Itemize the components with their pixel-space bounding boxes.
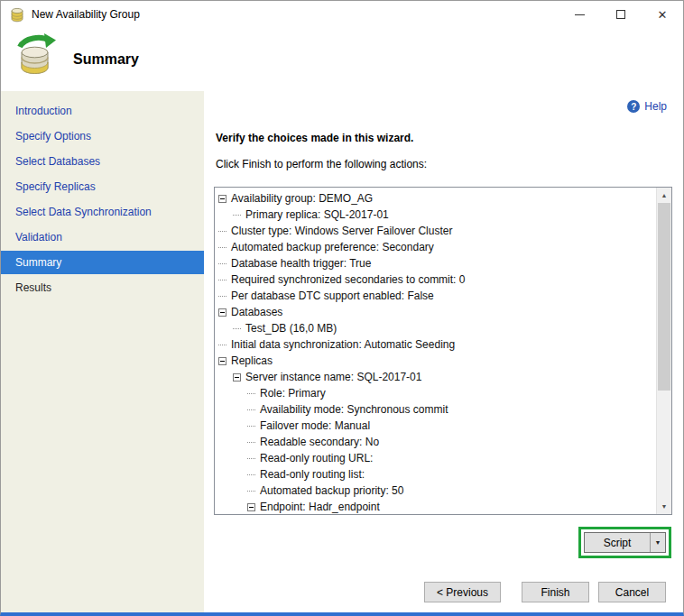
- help-icon: ?: [627, 100, 640, 113]
- sidebar-item-select-databases[interactable]: Select Databases: [1, 150, 204, 173]
- tree-row[interactable]: Primary replica: SQL-2017-01: [215, 207, 656, 223]
- tree-row[interactable]: Failover mode: Manual: [215, 418, 656, 434]
- tree-indent: [215, 377, 233, 378]
- scrollbar-thumb[interactable]: [658, 203, 670, 391]
- tree-connector: [218, 231, 226, 232]
- tree-row[interactable]: Read-only routing URL:: [215, 450, 656, 466]
- tree-connector: [247, 474, 255, 475]
- tree-row[interactable]: Databases: [215, 304, 656, 320]
- tree-row[interactable]: Replicas: [215, 353, 656, 369]
- verify-heading: Verify the choices made in this wizard.: [216, 132, 413, 144]
- tree-label: Availability mode: Synchronous commit: [260, 403, 448, 416]
- finish-button[interactable]: Finish: [522, 582, 589, 602]
- tree-label: Databases: [231, 306, 282, 318]
- tree-row[interactable]: Required synchronized secondaries to com…: [215, 271, 656, 288]
- summary-tree: Availability group: DEMO_AGPrimary repli…: [215, 188, 656, 514]
- tree-label: Readable secondary: No: [260, 436, 379, 448]
- tree-label: Required synchronized secondaries to com…: [231, 273, 465, 286]
- tree-label: Database health trigger: True: [231, 257, 371, 270]
- tree-row[interactable]: Availability mode: Synchronous commit: [215, 401, 656, 418]
- tree-label: Automated backup preference: Secondary: [231, 241, 434, 253]
- tree-indent: [215, 215, 233, 216]
- wizard-navigation-buttons: < Previous Finish Cancel: [424, 582, 666, 602]
- tree-row[interactable]: Availability group: DEMO_AG: [215, 190, 656, 207]
- tree-label: Replicas: [231, 354, 273, 367]
- tree-connector: [218, 247, 226, 248]
- tree-label: Per database DTC support enabled: False: [231, 290, 434, 302]
- tree-label: Automated backup priority: 50: [260, 484, 403, 497]
- tree-row[interactable]: Role: Primary: [215, 385, 656, 401]
- scroll-down-button[interactable]: ▼: [657, 499, 671, 514]
- tree-connector: [218, 280, 226, 280]
- minimize-button[interactable]: [559, 1, 600, 28]
- tree-row[interactable]: Initial data synchronization: Automatic …: [215, 336, 656, 353]
- tree-label: Availability group: DEMO_AG: [231, 192, 373, 205]
- maximize-button[interactable]: [600, 1, 642, 28]
- scroll-up-button[interactable]: ▲: [657, 188, 671, 203]
- collapse-icon[interactable]: [218, 357, 226, 365]
- close-button[interactable]: ✕: [642, 1, 683, 28]
- collapse-icon[interactable]: [218, 195, 226, 203]
- tree-connector: [247, 409, 255, 410]
- sidebar-item-specify-options[interactable]: Specify Options: [1, 124, 204, 148]
- maximize-icon: [616, 10, 625, 19]
- cancel-button[interactable]: Cancel: [598, 582, 666, 602]
- sidebar-item-specify-replicas[interactable]: Specify Replicas: [1, 175, 204, 198]
- tree-row[interactable]: Database health trigger: True: [215, 255, 656, 271]
- sidebar-item-results[interactable]: Results: [1, 276, 204, 299]
- tree-indent: [215, 491, 247, 492]
- tree-indent: [215, 474, 247, 475]
- availability-group-icon: [14, 33, 59, 80]
- tree-indent: [215, 426, 247, 427]
- collapse-icon[interactable]: [247, 503, 255, 511]
- wizard-header: Summary: [1, 28, 683, 91]
- tree-connector: [233, 215, 241, 216]
- tree-row[interactable]: Automated backup priority: 50: [215, 483, 656, 499]
- tree-indent: [215, 458, 247, 459]
- tree-row[interactable]: Automated backup preference: Secondary: [215, 239, 656, 255]
- database-icon: [9, 6, 25, 23]
- sidebar-item-summary[interactable]: Summary: [1, 251, 204, 274]
- tree-label: Primary replica: SQL-2017-01: [245, 208, 389, 221]
- tree-row[interactable]: Test_DB (16,0 MB): [215, 320, 656, 336]
- tree-row[interactable]: Read-only routing list:: [215, 466, 656, 483]
- tree-label: Read-only routing URL:: [260, 452, 373, 464]
- script-button[interactable]: Script: [585, 533, 650, 552]
- instruction-text: Click Finish to perform the following ac…: [216, 158, 427, 170]
- tree-label: Read-only routing list:: [260, 468, 365, 481]
- tree-row[interactable]: Per database DTC support enabled: False: [215, 288, 656, 304]
- minimize-icon: [575, 14, 585, 15]
- script-split-button[interactable]: Script ▼: [584, 532, 666, 553]
- sidebar-item-introduction[interactable]: Introduction: [1, 99, 204, 123]
- tree-connector: [247, 491, 255, 492]
- script-dropdown-button[interactable]: ▼: [650, 533, 665, 552]
- tree-indent: [215, 507, 247, 508]
- tree-row[interactable]: Readable secondary: No: [215, 434, 656, 450]
- tree-indent: [215, 393, 247, 394]
- window-controls: ✕: [559, 1, 683, 28]
- tree-row[interactable]: Cluster type: Windows Server Failover Cl…: [215, 223, 656, 239]
- close-icon: ✕: [658, 9, 668, 21]
- tree-connector: [247, 426, 255, 427]
- tree-connector: [233, 328, 241, 329]
- tree-connector: [218, 296, 226, 297]
- tree-label: Initial data synchronization: Automatic …: [231, 338, 455, 351]
- tree-indent: [215, 442, 247, 443]
- collapse-icon[interactable]: [233, 373, 241, 382]
- tree-connector: [218, 345, 226, 345]
- tree-label: Failover mode: Manual: [260, 419, 370, 432]
- main-panel: ? Help Verify the choices made in this w…: [204, 91, 683, 612]
- summary-tree-box: Availability group: DEMO_AGPrimary repli…: [214, 187, 672, 515]
- tree-indent: [215, 409, 247, 410]
- help-link[interactable]: ? Help: [627, 100, 667, 113]
- help-label: Help: [644, 100, 667, 113]
- sidebar-item-select-data-synchronization[interactable]: Select Data Synchronization: [1, 200, 204, 224]
- tree-label: Endpoint: Hadr_endpoint: [260, 501, 380, 513]
- vertical-scrollbar[interactable]: ▲ ▼: [656, 188, 671, 514]
- collapse-icon[interactable]: [218, 308, 226, 317]
- tree-label: Server instance name: SQL-2017-01: [245, 371, 421, 383]
- tree-row[interactable]: Endpoint: Hadr_endpoint: [215, 499, 656, 514]
- tree-row[interactable]: Server instance name: SQL-2017-01: [215, 369, 656, 385]
- previous-button[interactable]: < Previous: [424, 582, 501, 602]
- sidebar-item-validation[interactable]: Validation: [1, 225, 204, 249]
